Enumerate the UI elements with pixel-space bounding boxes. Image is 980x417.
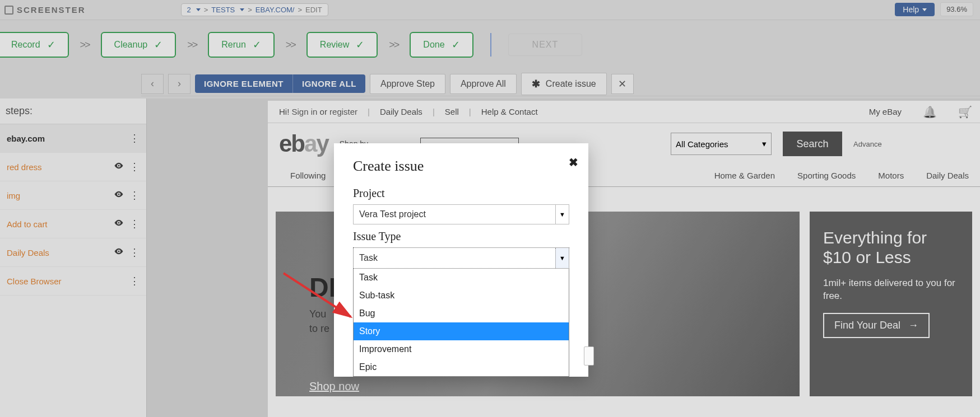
kebab-icon[interactable]: ⋮ [129,275,140,287]
nav-sporting[interactable]: Sporting Goods [797,171,856,180]
ignore-element-button[interactable]: IGNORE ELEMENT [195,74,292,93]
ebay-topline: Hi! Sign in or register | Daily Deals | … [268,101,980,123]
sidebar-item[interactable]: Add to cart⋮ [0,210,146,238]
eye-icon[interactable] [114,218,124,230]
approve-all-button[interactable]: Approve All [450,74,517,94]
cleanup-button[interactable]: Cleanup✓ [101,32,177,58]
advanced-link[interactable]: Advance [853,140,882,148]
check-icon: ✓ [47,39,55,51]
create-issue-button[interactable]: ✱ Create issue [521,73,607,95]
ebay-signin-link[interactable]: Sign in [292,107,318,116]
done-label: Done [423,40,444,50]
done-button[interactable]: Done✓ [410,32,473,58]
breadcrumb-number[interactable]: 2 [187,6,191,14]
breadcrumb-tests[interactable]: TESTS [211,6,235,14]
breadcrumb-sep: > [298,6,302,14]
help-label: Help [903,5,919,14]
flow-sep: >> [80,39,90,51]
flow-sep: >> [286,39,295,51]
dropdown-option[interactable]: Task [354,269,569,287]
ebay-help-link[interactable]: Help & Contact [481,107,538,116]
rerun-button[interactable]: Rerun✓ [208,32,275,58]
caret-down-icon [240,8,244,11]
chevron-down-icon[interactable]: ▼ [555,248,569,268]
svg-point-2 [118,222,120,224]
project-label: Project [353,187,569,200]
dropdown-option[interactable]: Epic [354,358,569,376]
nav-following[interactable]: Following [290,171,326,180]
sidebar-item-label: Daily Deals [7,248,49,257]
check-icon: ✓ [356,39,364,51]
sidebar-title: steps: [0,99,146,124]
category-select[interactable]: All Categories▾ [671,133,772,155]
caret-down-icon [922,8,927,11]
record-button[interactable]: Record✓ [0,32,69,58]
nav-motors[interactable]: Motors [878,171,904,180]
flow-sep: >> [187,39,197,51]
create-issue-modal: ✖ Create issue Project Vera Test project… [334,143,588,377]
banner-sub2: to re [309,323,329,334]
ignore-all-button[interactable]: IGNORE ALL [292,74,365,93]
ebay-search-button[interactable]: Search [783,132,842,156]
next-arrow-button[interactable]: › [168,74,191,94]
sidebar-item[interactable]: Daily Deals⋮ [0,238,146,267]
cart-icon[interactable]: 🛒 [958,105,972,119]
sidebar-item[interactable]: img⋮ [0,181,146,210]
issue-type-label: Issue Type [353,230,569,243]
breadcrumb[interactable]: 2 > TESTS > EBAY.COM/ > EDIT [181,3,328,16]
resize-handle[interactable] [584,346,594,366]
nav-home-garden[interactable]: Home & Garden [714,171,775,180]
check-icon: ✓ [253,39,261,51]
sidebar-item-icons: ⋮ [114,246,140,259]
sidebar-item-label: ebay.com [7,134,45,143]
ebay-greeting: Hi! Sign in or register [279,107,357,116]
bell-icon[interactable]: 🔔 [923,105,937,119]
prev-arrow-button[interactable]: ‹ [141,74,164,94]
close-toolbar-button[interactable]: ✕ [611,74,634,94]
check-icon: ✓ [154,39,162,51]
breadcrumb-site[interactable]: EBAY.COM/ [256,6,295,14]
zoom-level[interactable]: 93.6% [940,2,973,16]
eye-icon[interactable] [114,246,124,259]
kebab-icon[interactable]: ⋮ [129,132,140,144]
kebab-icon[interactable]: ⋮ [129,218,140,230]
sidebar-item-icons: ⋮ [129,132,140,144]
kebab-icon[interactable]: ⋮ [129,161,140,173]
review-button[interactable]: Review✓ [306,32,378,58]
issue-type-value: Task [354,248,555,268]
eye-icon[interactable] [114,161,124,173]
dropdown-option[interactable]: Improvement [354,340,569,358]
ebay-logo[interactable]: ebay [279,130,328,157]
nav-deals[interactable]: Daily Deals [926,171,969,180]
dropdown-option[interactable]: Story [354,322,569,340]
approve-step-button[interactable]: Approve Step [370,74,445,94]
ebay-myebay-link[interactable]: My eBay [869,107,902,116]
find-deal-button[interactable]: Find Your Deal→ [823,313,930,338]
help-button[interactable]: Help [895,3,935,16]
arrow-right-icon: → [908,320,918,331]
ebay-daily-deals-link[interactable]: Daily Deals [380,107,422,116]
project-select[interactable]: Vera Test project ▼ [353,204,569,224]
kebab-icon[interactable]: ⋮ [129,189,140,202]
kebab-icon[interactable]: ⋮ [129,246,140,259]
ebay-sell-link[interactable]: Sell [445,107,459,116]
sidebar-item[interactable]: ebay.com⋮ [0,124,146,153]
issue-type-select[interactable]: Task ▼ [353,247,569,269]
sidebar-item[interactable]: Close Browser⋮ [0,267,146,296]
close-icon[interactable]: ✖ [569,156,578,169]
issue-type-dropdown[interactable]: TaskSub-taskBugStoryImprovementEpic [353,269,569,377]
next-button[interactable]: NEXT [508,34,583,56]
dropdown-option[interactable]: Bug [354,304,569,322]
dropdown-option[interactable]: Sub-task [354,287,569,304]
modal-title: Create issue [353,158,569,175]
divider: | [469,107,471,116]
brand-label: SCREENSTER [17,5,86,15]
chevron-down-icon[interactable]: ▼ [556,204,569,224]
ebay-register-link[interactable]: register [329,107,357,116]
eye-icon[interactable] [114,189,124,202]
pipe-separator [490,33,491,57]
shop-now-link[interactable]: Shop now [309,380,359,393]
svg-point-0 [118,165,120,167]
sidebar-item[interactable]: red dress⋮ [0,153,146,181]
caret-down-icon: ▾ [762,139,767,149]
